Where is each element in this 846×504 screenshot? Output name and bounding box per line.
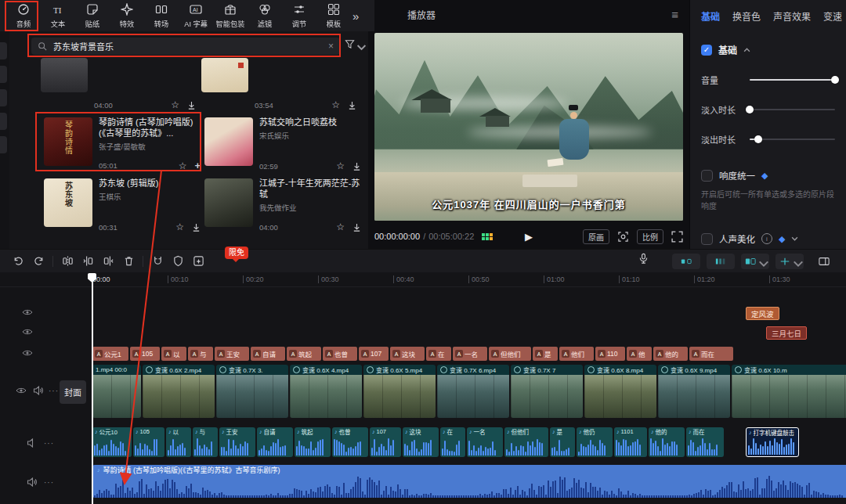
subtitle-clip[interactable]: A他: [627, 347, 652, 361]
expand-toolbar-icon[interactable]: »: [352, 9, 359, 23]
split-button[interactable]: [57, 253, 78, 270]
favorite-star-icon[interactable]: ☆: [331, 100, 340, 110]
subtitle-clip[interactable]: A这块: [390, 347, 425, 361]
search-box[interactable]: ×: [31, 38, 340, 55]
video-clip[interactable]: 1.mp4 00:0: [92, 365, 141, 418]
chevron-up-icon[interactable]: [743, 48, 750, 52]
slider-track[interactable]: [750, 109, 835, 110]
audio-clip[interactable]: ♪在: [440, 427, 465, 457]
subtitle-clip[interactable]: A也曾: [323, 347, 357, 361]
favorite-star-icon[interactable]: ☆: [171, 100, 179, 110]
subtitle-clip[interactable]: A与: [188, 347, 213, 361]
audio-clip[interactable]: ♪1101: [614, 427, 647, 457]
download-icon[interactable]: [187, 101, 196, 110]
loudness-checkbox[interactable]: [701, 170, 713, 182]
audio-clip[interactable]: ♪他的: [649, 427, 685, 457]
magnet-button[interactable]: [147, 253, 168, 270]
favorite-star-icon[interactable]: ☆: [336, 222, 345, 232]
subtitle-clip[interactable]: A110: [595, 347, 625, 361]
filter-button[interactable]: [345, 39, 363, 49]
audio-clip[interactable]: ♪但他们: [504, 427, 548, 457]
redo-button[interactable]: [28, 253, 49, 270]
download-icon[interactable]: [352, 223, 361, 232]
layout-button[interactable]: [810, 254, 838, 269]
audio-clip[interactable]: ♪公元10: [92, 427, 132, 457]
speaker-icon[interactable]: [27, 438, 38, 448]
toolbar-item-captions[interactable]: AIAI 字幕: [179, 0, 213, 31]
audio-clip[interactable]: ♪是: [550, 427, 575, 457]
timeline-area[interactable]: 00:0000:1000:2000:3000:4000:5001:0001:10…: [0, 272, 846, 504]
audio-clip[interactable]: ♪也曾: [332, 427, 368, 457]
inspector-tab-变速[interactable]: 变速: [823, 9, 842, 23]
subtitle-clip[interactable]: A筑起: [287, 347, 321, 361]
video-clip[interactable]: 变速 0.6X 8.mp4: [584, 365, 656, 418]
original-quality-button[interactable]: 原画: [583, 229, 609, 244]
video-preview[interactable]: 公元1037年 在四川眉山的一户书香门第: [374, 33, 683, 221]
collapsed-category-tab[interactable]: [0, 66, 7, 83]
preview-axis-button[interactable]: [776, 254, 804, 269]
toolbar-item-transition[interactable]: 转场: [144, 0, 179, 31]
toolbar-item-sticker[interactable]: 贴纸: [75, 0, 110, 31]
more-options-icon[interactable]: ···: [44, 439, 54, 448]
toolbar-item-adjust[interactable]: 调节: [282, 0, 316, 31]
music-card[interactable]: 江城子-十年生死两茫茫-苏轼我先做作业04:00☆: [204, 178, 361, 232]
text-clip[interactable]: 三月七日: [766, 326, 807, 340]
audio-clip[interactable]: ♪一名: [467, 427, 503, 457]
subtitle-clip[interactable]: A公元1: [92, 347, 128, 361]
subtitle-clip[interactable]: A但他们: [489, 347, 531, 361]
music-card-partial[interactable]: 03:54☆: [201, 58, 356, 110]
audio-clip[interactable]: ♪王安: [219, 427, 255, 457]
audio-clip[interactable]: ♪与: [193, 427, 218, 457]
more-options-icon[interactable]: ···: [49, 387, 59, 395]
inspector-tab-换音色[interactable]: 换音色: [732, 9, 761, 23]
fullscreen-icon[interactable]: [671, 231, 683, 243]
favorite-star-icon[interactable]: ☆: [179, 161, 187, 171]
audio-clip[interactable]: ♪这块: [403, 427, 439, 457]
trim-left-button[interactable]: [78, 253, 98, 270]
more-options-icon[interactable]: ···: [44, 478, 54, 487]
video-clip[interactable]: 变速 0.6X 5.mp4: [363, 365, 436, 418]
cover-button[interactable]: 封面: [60, 380, 86, 404]
subtitle-clip[interactable]: A他们: [559, 347, 594, 361]
toolbar-item-package[interactable]: 智能包装: [213, 0, 248, 31]
snapshot-icon[interactable]: [617, 231, 629, 243]
chevron-down-icon[interactable]: [791, 236, 798, 241]
play-button[interactable]: ▶: [525, 231, 533, 243]
collapsed-category-tab[interactable]: [0, 42, 7, 59]
download-icon[interactable]: [352, 162, 361, 171]
toolbar-item-template[interactable]: 模板: [316, 0, 351, 31]
video-clip[interactable]: 变速 0.6X 4.mp4: [290, 365, 362, 418]
video-clip[interactable]: 变速 0.7X 6.mp4: [437, 365, 509, 418]
auto-snap-button[interactable]: [707, 254, 735, 269]
music-card-partial[interactable]: 04:00☆: [41, 58, 196, 110]
player-menu-icon[interactable]: ≡: [671, 8, 678, 21]
audio-clip[interactable]: ♪而在: [686, 427, 724, 457]
subtitle-clip[interactable]: A而在: [689, 347, 733, 361]
audio-clip[interactable]: ♪107: [370, 427, 401, 457]
subtitle-clip[interactable]: A是: [533, 347, 558, 361]
subtitle-clip[interactable]: A自请: [251, 347, 285, 361]
toolbar-item-effect[interactable]: 特效: [110, 0, 144, 31]
search-input[interactable]: [52, 41, 324, 52]
main-track-magnet-button[interactable]: [672, 254, 700, 269]
linkage-button[interactable]: [741, 254, 769, 269]
audio-clip[interactable]: ♪105: [133, 427, 164, 457]
microphone-icon[interactable]: [638, 253, 655, 270]
delete-button[interactable]: [118, 253, 139, 270]
basic-checkbox[interactable]: ✓: [701, 45, 712, 56]
toolbar-item-audio[interactable]: 音频: [6, 0, 41, 31]
subtitle-clip[interactable]: A王安: [215, 347, 249, 361]
music-card[interactable]: 苏东坡苏东坡 (剪辑版)王棋乐00:31☆: [44, 178, 201, 232]
subtitle-clip[interactable]: A一名: [453, 347, 487, 361]
video-clip[interactable]: 变速 0.6X 2.mp4: [143, 365, 215, 418]
add-to-track-icon[interactable]: +: [194, 160, 201, 171]
inspector-tab-声音效果[interactable]: 声音效果: [773, 9, 811, 23]
timeline-ruler[interactable]: 00:0000:1000:2000:3000:4000:5001:0001:10…: [0, 272, 846, 287]
slider-handle[interactable]: [831, 76, 839, 84]
download-icon[interactable]: [348, 101, 356, 110]
playhead[interactable]: [92, 273, 93, 504]
favorite-star-icon[interactable]: ☆: [175, 222, 184, 232]
undo-button[interactable]: [8, 253, 28, 270]
audio-clip[interactable]: ♪他仍: [577, 427, 613, 457]
speaker-icon[interactable]: [27, 477, 38, 487]
